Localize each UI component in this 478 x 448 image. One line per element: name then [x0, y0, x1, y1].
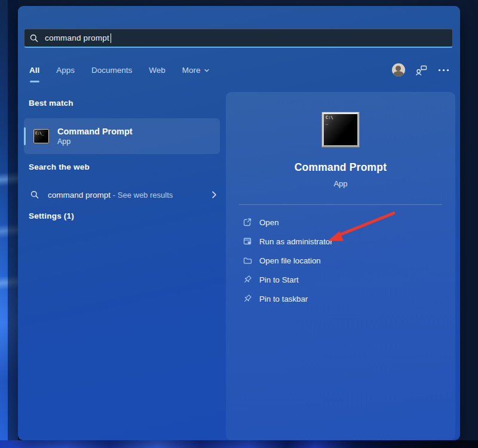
folder-icon: [243, 256, 252, 265]
settings-section-heading: Settings (1): [29, 211, 74, 220]
action-open[interactable]: Open: [226, 213, 455, 232]
text-cursor: [111, 33, 111, 43]
open-external-icon: [243, 217, 252, 227]
search-icon: [30, 190, 39, 200]
selection-accent-bar: [24, 127, 26, 145]
tab-more[interactable]: More: [182, 65, 210, 76]
action-run-as-administrator[interactable]: Run as administrator: [226, 232, 455, 251]
pin-icon: [243, 275, 252, 284]
search-input[interactable]: command prompt: [24, 29, 453, 48]
web-query: command prompt: [48, 191, 111, 200]
result-type: App: [57, 137, 133, 146]
best-match-heading: Best match: [29, 99, 73, 108]
action-open-file-location[interactable]: Open file location: [226, 251, 455, 270]
account-device-icon[interactable]: [415, 65, 428, 76]
preview-title: Command Prompt: [295, 161, 387, 174]
desktop: { "search_box": { "value": "command prom…: [0, 0, 478, 448]
wallpaper-left-ribbons: [0, 0, 18, 448]
action-pin-to-taskbar[interactable]: Pin to taskbar: [226, 289, 455, 308]
command-prompt-app-icon: C:\_: [33, 129, 49, 143]
search-icon: [29, 33, 39, 43]
tab-web[interactable]: Web: [148, 65, 166, 76]
result-title: Command Prompt: [57, 127, 133, 136]
tab-apps[interactable]: Apps: [56, 65, 75, 76]
divider: [239, 204, 442, 205]
pin-icon: [243, 294, 252, 303]
chevron-right-icon[interactable]: [209, 190, 219, 200]
run-admin-icon: [243, 237, 252, 246]
web-search-result[interactable]: command prompt - See web results: [24, 183, 220, 207]
action-pin-to-start[interactable]: Pin to Start: [226, 270, 455, 289]
action-list: Open Run as administrator: [226, 213, 455, 308]
chevron-down-icon: [204, 67, 210, 73]
command-prompt-app-icon-large: C:\ _: [322, 112, 359, 147]
web-section-heading: Search the web: [29, 162, 90, 171]
more-options-ellipsis-icon[interactable]: [438, 69, 449, 72]
search-query-text: command prompt: [45, 33, 109, 42]
user-avatar[interactable]: [392, 63, 405, 76]
search-flyout: command prompt All Apps Documents Web Mo…: [18, 6, 460, 440]
tab-documents[interactable]: Documents: [91, 65, 133, 76]
topbar-icon-cluster: [392, 63, 449, 76]
result-preview-panel: C:\ _ Command Prompt App Open: [226, 92, 455, 440]
web-suffix: - See web results: [113, 191, 173, 200]
preview-type: App: [333, 179, 347, 188]
search-filter-tabs: All Apps Documents Web More: [29, 65, 210, 76]
wallpaper-bottom-ribbons: [0, 440, 478, 448]
active-tab-underline: [30, 81, 39, 82]
tab-all[interactable]: All: [29, 65, 40, 76]
best-match-result-command-prompt[interactable]: C:\_ Command Prompt App: [24, 118, 220, 154]
